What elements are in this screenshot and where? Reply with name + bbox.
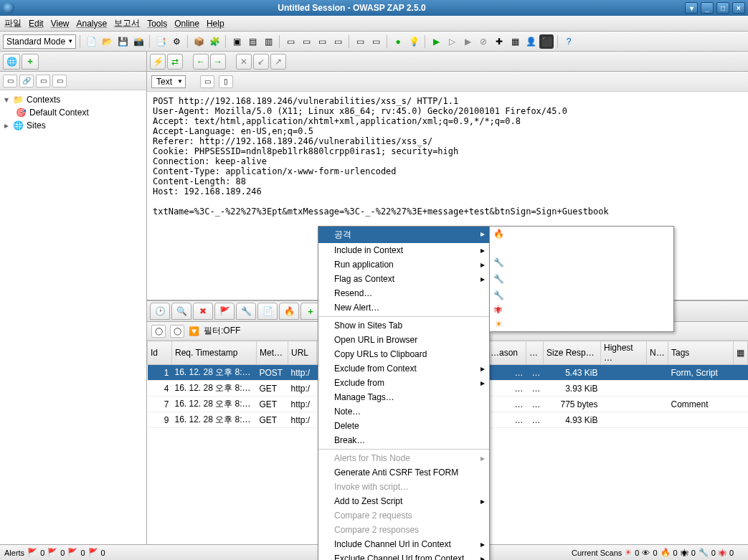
break-all-icon[interactable]: ● (391, 34, 405, 49)
col-tags[interactable]: Tags (668, 341, 734, 365)
menu-include-context[interactable]: Include in Context (318, 243, 489, 257)
new-session-icon[interactable]: 📄 (84, 34, 98, 49)
submenu-fuzz[interactable]: ☀Fuzz… (490, 317, 673, 331)
pin2-icon[interactable]: ↗ (270, 54, 286, 70)
manage-addons-icon[interactable]: ▦ (508, 34, 522, 49)
iconify-button[interactable]: ▾ (685, 2, 698, 14)
tree-contexts[interactable]: Contexts (27, 95, 60, 105)
hide-tab-icon[interactable]: ▭ (369, 34, 383, 49)
menu-flag-context[interactable]: Flag as Context (318, 272, 489, 286)
tools-tab-icon[interactable]: 🔧 (236, 303, 256, 320)
search-tab-icon[interactable]: 🔍 (171, 303, 191, 320)
toggle-forced-icon[interactable]: ⬛ (539, 34, 554, 49)
active-scan-tab-icon[interactable]: 🔥 (279, 303, 299, 320)
col-size[interactable]: Size Resp… (544, 341, 601, 365)
col-ts[interactable]: Req. Timestamp (172, 341, 257, 365)
menu-run-application[interactable]: Run application (318, 257, 489, 272)
menu-show-sites[interactable]: Show in Sites Tab (318, 318, 489, 333)
col-url[interactable]: URL (288, 341, 317, 365)
col-highest[interactable]: Highest … (601, 341, 647, 365)
menu-report[interactable]: 보고서 (114, 17, 140, 29)
submenu-spider[interactable]: 🕷Spider… (490, 241, 673, 255)
quickstart-tab-icon[interactable]: ⚡ (150, 54, 166, 70)
session-props-icon[interactable]: 📑 (153, 34, 168, 49)
add-tab-icon[interactable]: ＋ (22, 54, 39, 70)
help-icon[interactable]: ? (562, 34, 576, 49)
layout-sbs-icon[interactable]: ▥ (261, 34, 275, 49)
sites-tree[interactable]: ▾📁Contexts 🎯Default Context ▸🌐Sites (0, 90, 146, 544)
clear-icon[interactable]: ✕ (236, 54, 252, 70)
layout-tabbed-icon[interactable]: ▤ (245, 34, 260, 49)
tabs-resp-icon[interactable]: ▭ (315, 34, 329, 49)
tabs-all-icon[interactable]: ▭ (331, 34, 345, 49)
context-menu[interactable]: 공격 🔥Active Scan… 🕷Spider… 🔧사이트 강제 검색 🔧디렉… (318, 226, 490, 560)
menu-analyse[interactable]: Analyse (76, 19, 107, 29)
body-view-select[interactable]: Text (151, 75, 186, 88)
menu-break[interactable]: Break… (318, 433, 489, 447)
submenu-forced-dir[interactable]: 🔧디렉토리 강제 검색 (490, 272, 673, 288)
menu-view[interactable]: View (51, 19, 70, 29)
col-dots[interactable]: … (526, 341, 544, 365)
col-id[interactable]: Id (148, 341, 172, 365)
attack-submenu[interactable]: 🔥Active Scan… 🕷Spider… 🔧사이트 강제 검색 🔧디렉토리 … (489, 226, 674, 332)
layout-full-icon[interactable]: ▣ (229, 34, 244, 49)
pin-icon[interactable]: ↙ (253, 54, 269, 70)
menu-edit[interactable]: Edit (29, 19, 44, 29)
submenu-forced-children[interactable]: 🔧Forced Browse directory (and children) (490, 288, 673, 303)
menu-new-alert[interactable]: New Alert… (318, 300, 489, 315)
options-icon[interactable]: ⚙ (169, 34, 184, 49)
split-h-icon[interactable]: ▭ (200, 75, 214, 88)
marketplace-icon[interactable]: 🧩 (207, 34, 222, 49)
menu-note[interactable]: Note… (318, 404, 489, 419)
col-reason[interactable]: …ason (488, 341, 526, 365)
menu-exclude-context[interactable]: Exclude from Context (318, 361, 489, 376)
menu-help[interactable]: Help (207, 19, 224, 29)
response-tab-icon[interactable]: ⇄ (167, 54, 183, 70)
tabs-req-icon[interactable]: ▭ (299, 34, 313, 49)
menu-attack[interactable]: 공격 🔥Active Scan… 🕷Spider… 🔧사이트 강제 검색 🔧디렉… (318, 227, 489, 243)
minimize-button[interactable]: _ (701, 2, 714, 14)
col-n[interactable]: N… (647, 341, 668, 365)
tabs-expand-icon[interactable]: ▭ (283, 34, 298, 49)
col-method[interactable]: Met… (257, 341, 288, 365)
menu-open-url[interactable]: Open URL in Browser (318, 333, 489, 347)
split-v-icon[interactable]: ▯ (219, 75, 233, 88)
addon-icon[interactable]: 📦 (191, 34, 206, 49)
menu-exclude-from[interactable]: Exclude from (318, 376, 489, 390)
menu-tools[interactable]: Tools (147, 19, 167, 29)
menu-gen-csrf[interactable]: Generate Anti CSRF Test FORM (318, 465, 489, 480)
play-icon[interactable]: ▶ (429, 34, 443, 49)
menu-include-channel[interactable]: Include Channel Url in Context (318, 537, 489, 551)
view-tree-icon[interactable]: ▭ (36, 75, 50, 87)
forward-icon[interactable]: → (210, 54, 226, 70)
flags-tab-icon[interactable]: 🚩 (214, 303, 235, 320)
col-config-icon[interactable]: ▦ (734, 341, 748, 365)
scope-tree-icon[interactable]: ▭ (3, 75, 17, 87)
menu-delete[interactable]: Delete (318, 419, 489, 433)
back-icon[interactable]: ← (193, 54, 209, 70)
open-session-icon[interactable]: 📂 (100, 34, 114, 49)
menu-manage-tags[interactable]: Manage Tags… (318, 390, 489, 404)
menu-online[interactable]: Online (174, 19, 199, 29)
submenu-active-scan[interactable]: 🔥Active Scan… (490, 227, 673, 241)
submenu-forced-site[interactable]: 🔧사이트 강제 검색 (490, 255, 673, 272)
add-break-icon[interactable]: ✚ (492, 34, 506, 49)
close-button[interactable]: × (732, 2, 745, 14)
menu-resend[interactable]: Resend… (318, 286, 489, 300)
tree-sites[interactable]: Sites (27, 120, 46, 130)
maximize-button[interactable]: □ (716, 2, 729, 14)
submenu-ajax-spider[interactable]: 🕷AJAX Spider… (490, 303, 673, 317)
mode-select[interactable]: Standard Mode (3, 34, 76, 49)
show-tab-icon[interactable]: ▭ (353, 34, 367, 49)
force-user-icon[interactable]: 👤 (524, 34, 538, 49)
history-tab-icon[interactable]: 🕑 (150, 303, 170, 320)
scope2-toggle-icon[interactable]: ◯ (170, 325, 184, 338)
link-tree-icon[interactable]: 🔗 (19, 75, 34, 87)
tip-icon[interactable]: 💡 (407, 34, 421, 49)
menu-copy-urls[interactable]: Copy URLs to Clipboard (318, 347, 489, 361)
scope-toggle-icon[interactable]: ◯ (151, 325, 166, 338)
tree-opts-icon[interactable]: ▭ (52, 75, 67, 87)
menu-file[interactable]: 파일 (4, 17, 22, 29)
filter-label[interactable]: 필터:OFF (204, 325, 240, 337)
menu-add-zest[interactable]: Add to Zest Script (318, 494, 489, 508)
